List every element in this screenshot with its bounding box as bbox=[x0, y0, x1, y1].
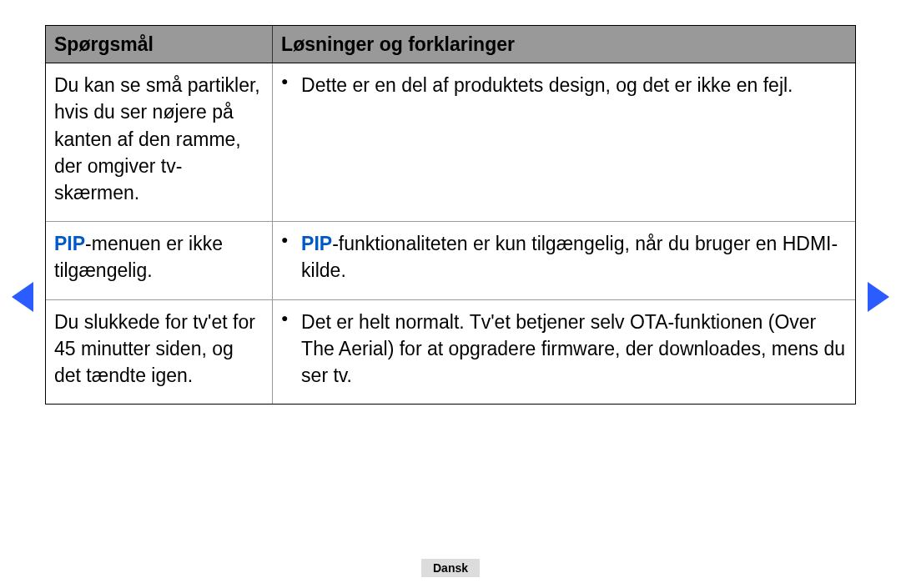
qa-table-container: Spørgsmål Løsninger og forklaringer Du k… bbox=[45, 25, 856, 405]
table-row: Du slukkede for tv'et for 45 minutter si… bbox=[46, 299, 855, 404]
solution-cell: Dette er en del af produktets design, og… bbox=[273, 63, 855, 222]
solution-text: -funktionaliteten er kun tilgængelig, nå… bbox=[301, 233, 838, 281]
solution-cell: PIP-funktionaliteten er kun tilgængelig,… bbox=[273, 222, 855, 299]
table-row: Du kan se små partikler, hvis du ser nøj… bbox=[46, 63, 855, 222]
question-cell: Du kan se små partikler, hvis du ser nøj… bbox=[46, 63, 273, 222]
col-header-solution: Løsninger og forklaringer bbox=[273, 26, 855, 63]
pip-label: PIP bbox=[301, 233, 332, 254]
table-row: PIP-menuen er ikke tilgængelig. PIP-funk… bbox=[46, 222, 855, 299]
solution-item: Dette er en del af produktets design, og… bbox=[276, 72, 847, 98]
solution-item: Det er helt normalt. Tv'et betjener selv… bbox=[276, 309, 847, 389]
footer-language: Dansk bbox=[0, 559, 901, 577]
qa-table: Spørgsmål Løsninger og forklaringer Du k… bbox=[46, 26, 855, 404]
col-header-question: Spørgsmål bbox=[46, 26, 273, 63]
solution-item: PIP-funktionaliteten er kun tilgængelig,… bbox=[276, 230, 847, 284]
next-page-arrow[interactable] bbox=[868, 282, 889, 312]
prev-page-arrow[interactable] bbox=[12, 282, 33, 312]
question-cell: Du slukkede for tv'et for 45 minutter si… bbox=[46, 299, 273, 404]
solution-cell: Det er helt normalt. Tv'et betjener selv… bbox=[273, 299, 855, 404]
question-cell: PIP-menuen er ikke tilgængelig. bbox=[46, 222, 273, 299]
language-badge: Dansk bbox=[421, 559, 480, 577]
pip-label: PIP bbox=[54, 233, 85, 254]
